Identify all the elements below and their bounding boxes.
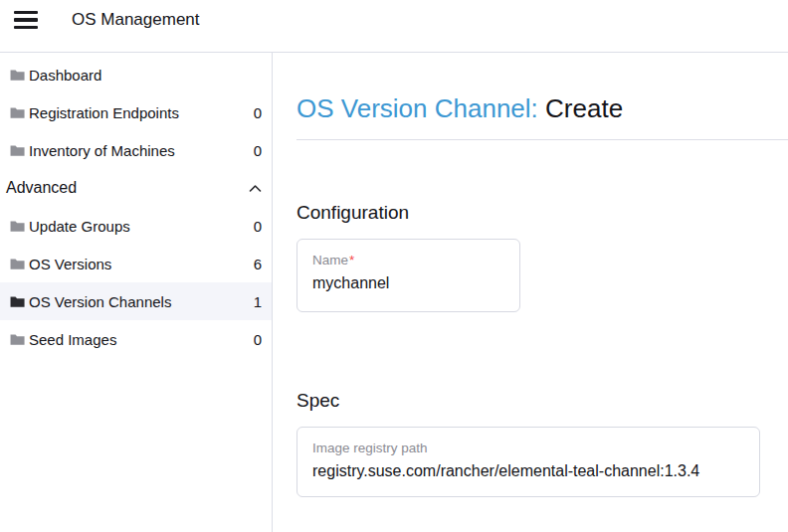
folder-icon xyxy=(10,106,25,119)
image-registry-path-label: Image registry path xyxy=(312,441,744,456)
folder-icon xyxy=(10,333,25,346)
configuration-section: Configuration Name* mychannel xyxy=(296,202,788,312)
sidebar-item-count: 0 xyxy=(254,331,262,348)
folder-icon xyxy=(10,144,25,157)
sidebar-item-label: Registration Endpoints xyxy=(29,104,179,121)
sidebar-item-label: Update Groups xyxy=(29,218,130,235)
spec-heading: Spec xyxy=(296,390,788,412)
sidebar-item-update-groups[interactable]: Update Groups 0 xyxy=(0,207,272,245)
required-asterisk: * xyxy=(349,253,354,267)
name-input-label: Name* xyxy=(312,253,504,268)
sidebar-item-dashboard[interactable]: Dashboard xyxy=(0,56,272,93)
hamburger-menu-icon[interactable] xyxy=(14,11,38,29)
sidebar-item-count: 0 xyxy=(254,104,262,121)
folder-icon xyxy=(10,69,25,82)
chevron-up-icon xyxy=(249,184,262,193)
folder-icon xyxy=(10,295,25,308)
sidebar-item-inventory-of-machines[interactable]: Inventory of Machines 0 xyxy=(0,131,272,169)
sidebar-item-count: 0 xyxy=(254,218,262,235)
image-registry-path-value: registry.suse.com/rancher/elemental-teal… xyxy=(312,462,744,480)
page-title: OS Version Channel: Create xyxy=(296,93,788,123)
main-content: OS Version Channel: Create Configuration… xyxy=(273,53,788,532)
image-registry-path-input[interactable]: Image registry path registry.suse.com/ra… xyxy=(296,427,760,497)
sidebar-item-os-version-channels[interactable]: OS Version Channels 1 xyxy=(0,282,272,320)
sidebar-item-label: OS Versions xyxy=(29,256,111,272)
spec-section: Spec Image registry path registry.suse.c… xyxy=(296,390,788,497)
sidebar-group-label: Advanced xyxy=(6,179,77,197)
sidebar-item-seed-images[interactable]: Seed Images 0 xyxy=(0,320,272,358)
sidebar-item-label: Dashboard xyxy=(29,67,101,84)
app-header: OS Management xyxy=(0,0,788,53)
page-title-action: Create xyxy=(545,93,623,123)
sidebar-item-label: OS Version Channels xyxy=(29,293,171,310)
sidebar-item-count: 1 xyxy=(254,293,262,310)
sidebar-item-os-versions[interactable]: OS Versions 6 xyxy=(0,245,272,282)
sidebar-group-advanced[interactable]: Advanced xyxy=(0,169,272,207)
sidebar-item-label: Inventory of Machines xyxy=(29,142,175,159)
sidebar-item-registration-endpoints[interactable]: Registration Endpoints 0 xyxy=(0,93,272,131)
resource-type-link[interactable]: OS Version Channel: xyxy=(296,93,538,123)
app-title: OS Management xyxy=(72,11,200,29)
sidebar: Dashboard Registration Endpoints 0 Inven… xyxy=(0,53,273,532)
sidebar-item-label: Seed Images xyxy=(29,331,116,348)
name-input[interactable]: Name* mychannel xyxy=(296,239,520,312)
sidebar-item-count: 6 xyxy=(254,256,262,272)
name-input-value: mychannel xyxy=(312,274,504,292)
configuration-heading: Configuration xyxy=(296,202,788,224)
title-divider xyxy=(296,139,788,140)
sidebar-item-count: 0 xyxy=(254,142,262,159)
folder-icon xyxy=(10,220,25,233)
folder-icon xyxy=(10,258,25,270)
